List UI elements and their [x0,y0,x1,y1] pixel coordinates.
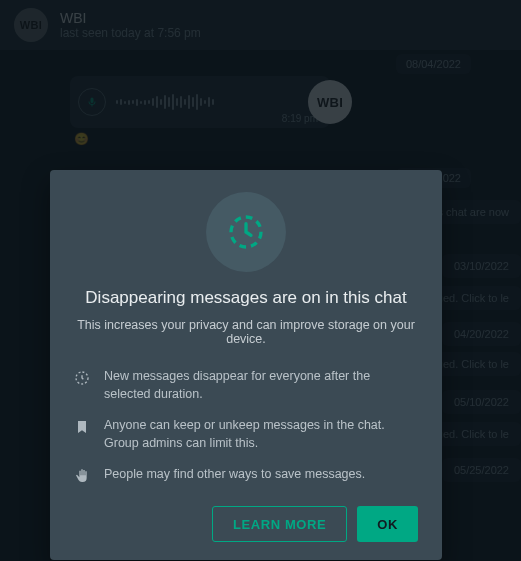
feature-text: Anyone can keep or unkeep messages in th… [104,417,418,452]
feature-row: Anyone can keep or unkeep messages in th… [74,417,418,452]
modal-subtitle: This increases your privacy and can impr… [74,318,418,346]
ok-button[interactable]: OK [357,506,418,542]
feature-text: New messages disappear for everyone afte… [104,368,418,403]
hand-icon [74,468,90,484]
learn-more-button[interactable]: Learn More [212,506,347,542]
feature-row: New messages disappear for everyone afte… [74,368,418,403]
bookmark-icon [74,419,90,435]
clock-icon [74,370,90,386]
modal-hero-icon-wrap [206,192,286,272]
feature-row: People may find other ways to save messa… [74,466,418,484]
modal-title: Disappearing messages are on in this cha… [74,288,418,308]
disappearing-messages-modal: Disappearing messages are on in this cha… [50,170,442,560]
timer-icon [226,212,266,252]
modal-actions: Learn More OK [74,506,418,542]
feature-text: People may find other ways to save messa… [104,466,365,484]
